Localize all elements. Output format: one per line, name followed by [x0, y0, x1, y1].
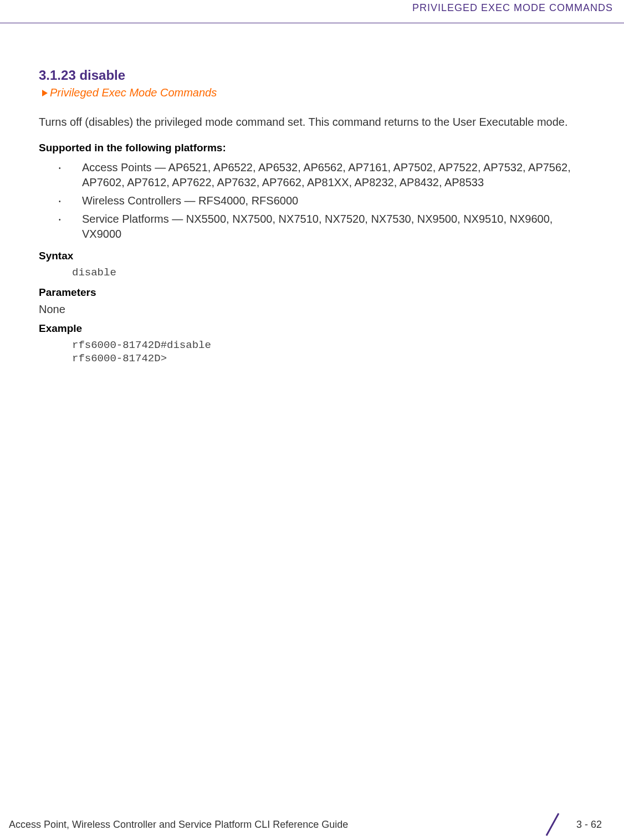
bullet-text: Access Points — AP6521, AP6522, AP6532, … [82, 160, 585, 190]
example-code: rfs6000-81742D#disable rfs6000-81742D> [39, 339, 585, 366]
triangle-right-icon [42, 90, 48, 96]
platform-list: • Access Points — AP6521, AP6522, AP6532… [39, 158, 585, 243]
section-title: 3.1.23 disable [39, 68, 585, 83]
bullet-icon: • [59, 199, 62, 204]
syntax-heading: Syntax [39, 250, 585, 262]
bullet-text: Wireless Controllers — RFS4000, RFS6000 [82, 193, 298, 208]
page-header: PRIVILEGED EXEC MODE COMMANDS [0, 0, 624, 23]
page-number: 3 - 62 [576, 819, 602, 831]
page-footer: Access Point, Wireless Controller and Se… [0, 809, 624, 840]
supported-heading: Supported in the following platforms: [39, 142, 585, 154]
svg-marker-0 [42, 90, 48, 96]
svg-line-1 [546, 813, 559, 836]
bullet-icon: • [59, 217, 62, 223]
header-title: PRIVILEGED EXEC MODE COMMANDS [412, 2, 613, 14]
list-item: • Service Platforms — NX5500, NX7500, NX… [39, 210, 585, 243]
intro-paragraph: Turns off (disables) the privileged mode… [39, 115, 585, 130]
footer-guide: Access Point, Wireless Controller and Se… [9, 819, 348, 831]
breadcrumb-link[interactable]: Privileged Exec Mode Commands [50, 86, 217, 99]
parameters-value: None [39, 303, 585, 316]
content-area: 3.1.23 disable Privileged Exec Mode Comm… [0, 23, 624, 809]
bullet-text: Service Platforms — NX5500, NX7500, NX75… [82, 212, 585, 242]
slash-icon [543, 811, 562, 838]
footer-right: 3 - 62 [543, 811, 602, 838]
breadcrumb: Privileged Exec Mode Commands [42, 86, 585, 99]
list-item: • Access Points — AP6521, AP6522, AP6532… [39, 158, 585, 192]
syntax-code: disable [39, 267, 585, 280]
parameters-heading: Parameters [39, 286, 585, 299]
bullet-icon: • [59, 166, 62, 171]
example-heading: Example [39, 322, 585, 335]
page-container: PRIVILEGED EXEC MODE COMMANDS 3.1.23 dis… [0, 0, 624, 840]
list-item: • Wireless Controllers — RFS4000, RFS600… [39, 192, 585, 210]
